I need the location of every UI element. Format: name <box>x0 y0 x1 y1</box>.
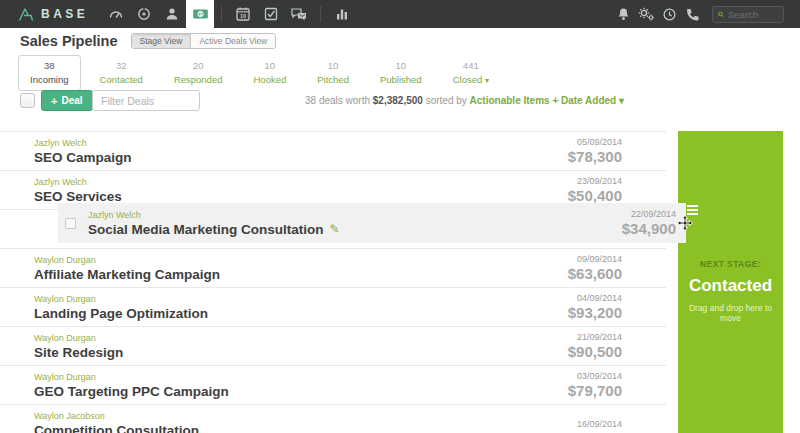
logo-text: BASE <box>41 7 88 21</box>
page-title: Sales Pipeline <box>20 33 118 49</box>
top-navbar: BASE $ 10 <box>0 0 800 28</box>
search-icon <box>718 10 724 19</box>
nav-leads[interactable] <box>130 0 158 28</box>
deal-checkbox[interactable] <box>65 218 76 229</box>
nav-divider <box>221 6 222 22</box>
plus-icon: + <box>51 95 57 107</box>
nav-settings[interactable] <box>635 0 658 28</box>
toggle-stage-view[interactable]: Stage View <box>132 34 192 48</box>
edit-pencil-icon[interactable]: ✎ <box>330 222 340 236</box>
nav-deals-active[interactable]: $ <box>186 0 214 28</box>
move-cursor-icon <box>677 215 693 231</box>
chevron-down-icon: ▾ <box>485 76 489 85</box>
toggle-active-deals-view[interactable]: Active Deals View <box>191 34 275 48</box>
deal-row-landing-page[interactable]: Waylon Durgan Landing Page Optimization … <box>0 288 666 327</box>
deal-row-site-redesign[interactable]: Waylon Durgan Site Redesign 21/09/2014 $… <box>0 327 666 366</box>
bell-icon <box>616 7 631 22</box>
total-amount: $2,382,500 <box>373 95 423 106</box>
person-icon <box>164 6 180 22</box>
bar-chart-icon <box>334 6 350 22</box>
add-deal-button[interactable]: + Deal <box>41 90 93 111</box>
gauge-icon <box>108 6 124 22</box>
global-search[interactable] <box>712 6 784 23</box>
nav-dashboard[interactable] <box>102 0 130 28</box>
base-logo[interactable]: BASE <box>18 7 88 22</box>
nav-calendar[interactable]: 10 <box>229 0 257 28</box>
tab-published[interactable]: 10 Published <box>368 55 434 91</box>
filter-deals-input[interactable] <box>92 90 200 111</box>
sort-selector[interactable]: Actionable Items + Date Added <box>470 95 617 106</box>
tab-contacted[interactable]: 32 Contacted <box>88 55 155 91</box>
tasks-check-icon <box>263 6 279 22</box>
nav-contacts[interactable] <box>158 0 186 28</box>
dragged-deal-row[interactable]: Jazlyn Welch Social Media Marketing Cons… <box>58 203 686 243</box>
deal-row-geo-targeting[interactable]: Waylon Durgan GEO Targeting PPC Campaign… <box>0 366 666 405</box>
nav-divider <box>320 6 321 22</box>
nav-tasks[interactable] <box>257 0 285 28</box>
nav-notifications[interactable] <box>612 0 635 28</box>
phone-icon <box>685 7 700 22</box>
nav-communications[interactable] <box>285 0 313 28</box>
deal-row-seo-campaign[interactable]: Jazlyn Welch SEO Campaign 05/09/2014 $78… <box>0 132 666 171</box>
tab-closed[interactable]: 441 Closed ▾ <box>441 55 501 91</box>
deal-list: Jazlyn Welch SEO Campaign 05/09/2014 $78… <box>0 131 666 433</box>
search-input[interactable] <box>728 9 778 20</box>
base-logo-icon <box>18 7 34 22</box>
next-stage-name: Contacted <box>678 276 783 296</box>
drop-hint: Drag and drop here to move <box>678 303 783 323</box>
calendar-icon: 10 <box>235 6 251 22</box>
next-stage-label: NEXT STAGE: <box>678 259 783 269</box>
tab-incoming[interactable]: 38 Incoming <box>18 55 81 91</box>
money-icon: $ <box>192 6 209 22</box>
chevron-down-icon[interactable]: ▾ <box>619 95 624 106</box>
nav-phone[interactable] <box>681 0 704 28</box>
svg-text:10: 10 <box>240 13 246 19</box>
svg-text:$: $ <box>199 11 202 17</box>
tab-hooked[interactable]: 10 Hooked <box>241 55 298 91</box>
pipeline-stage-tabs: 38 Incoming 32 Contacted 20 Responded 10… <box>18 55 508 91</box>
chat-bubbles-icon <box>290 6 308 22</box>
deal-row-partial-bottom[interactable]: Waylon Jacobson Competition Consultation… <box>0 405 666 433</box>
deals-toolbar: + Deal 38 deals worth $2,382,500 sorted … <box>0 89 800 113</box>
select-all-checkbox[interactable] <box>20 93 35 108</box>
deals-summary: 38 deals worth $2,382,500 sorted by Acti… <box>305 95 624 106</box>
target-icon <box>136 6 152 22</box>
gears-icon <box>638 6 655 22</box>
next-stage-drop-zone[interactable]: NEXT STAGE: Contacted Drag and drop here… <box>678 131 783 433</box>
tab-pitched[interactable]: 10 Pitched <box>305 55 361 91</box>
tab-responded[interactable]: 20 Responded <box>162 55 235 91</box>
clock-icon <box>662 7 677 22</box>
view-toggle-group: Stage View Active Deals View <box>131 33 277 49</box>
nav-recent[interactable] <box>658 0 681 28</box>
deal-row-affiliate-marketing[interactable]: Waylon Durgan Affiliate Marketing Campai… <box>0 249 666 288</box>
nav-reports[interactable] <box>328 0 356 28</box>
